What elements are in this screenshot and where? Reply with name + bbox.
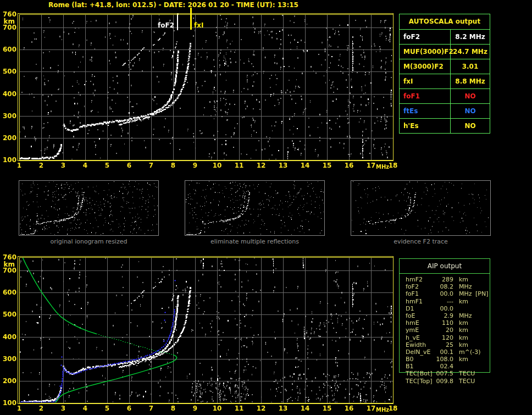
aip-parameter-unit: km <box>459 341 468 348</box>
autoscala-row: MUF(3000)F224.7 MHz <box>400 45 490 59</box>
autoscala-application-window: Rome (lat: +41.8, lon: 012.5) - DATE: 20… <box>0 0 532 415</box>
aip-row: hmF1---km <box>400 298 490 305</box>
aip-parameter-label: foF1 <box>406 290 419 297</box>
aip-row: foF100.0MHz[PN] <box>400 290 490 297</box>
autoscala-table-header: AUTOSCALA output <box>400 14 490 30</box>
aip-row: foF208.2MHz <box>400 283 490 290</box>
bottom-ionogram-canvas <box>0 250 401 415</box>
aip-parameter-label: hmE <box>406 319 419 327</box>
parameter-label: fxI <box>400 74 451 88</box>
aip-row: B0108.0km <box>400 356 490 363</box>
parameter-value: NO <box>451 119 490 133</box>
autoscala-row: fxI8.8 MHz <box>400 74 490 89</box>
aip-parameter-unit: km <box>459 319 468 327</box>
aip-parameter-label: foE <box>406 312 415 319</box>
parameter-label: MUF(3000)F2 <box>400 45 451 59</box>
parameter-label: ftEs <box>400 104 451 118</box>
aip-parameter-value: 20 <box>430 327 453 334</box>
aip-parameter-label: h_vE <box>406 334 420 341</box>
aip-parameter-label: B0 <box>406 356 414 363</box>
aip-parameter-unit: MHz <box>459 290 472 297</box>
aip-parameter-note: [PN] <box>475 290 488 297</box>
aip-row: hmF2289km <box>400 276 490 283</box>
aip-output-table: AIP output hmF2289kmfoF208.2MHzfoF100.0M… <box>399 258 490 373</box>
aip-parameter-unit: MHz <box>459 312 472 319</box>
aip-row: ymE20km <box>400 327 490 334</box>
autoscala-row: M(3000)F23.01 <box>400 59 490 74</box>
aip-parameter-value: 00.0 <box>430 290 453 297</box>
thumbnail-caption: evidence F2 trace <box>351 238 491 245</box>
aip-parameter-value: 009.8 <box>430 378 453 385</box>
aip-parameter-value: --- <box>430 298 453 305</box>
parameter-value: NO <box>451 89 490 103</box>
aip-row: TEC[Bot]007.5TECU <box>400 370 490 377</box>
autoscala-output-table: AUTOSCALA output foF28.2 MHzMUF(3000)F22… <box>399 14 490 134</box>
aip-parameter-value: 007.5 <box>430 370 453 377</box>
aip-parameter-value: 120 <box>430 334 453 341</box>
autoscala-row: foF28.2 MHz <box>400 30 490 45</box>
aip-parameter-value: 00.1 <box>430 348 453 356</box>
aip-parameter-label: foF2 <box>406 283 419 290</box>
aip-parameter-label: DelN_vE <box>406 348 430 356</box>
aip-parameter-value: 00.0 <box>430 305 453 312</box>
aip-parameter-value: 289 <box>430 276 453 283</box>
aip-parameter-value: 110 <box>430 319 453 327</box>
aip-parameter-label: hmF1 <box>406 298 423 305</box>
aip-parameter-label: Ewidth <box>406 341 426 348</box>
parameter-value: NO <box>451 104 490 118</box>
autoscala-table-body: foF28.2 MHzMUF(3000)F224.7 MHzM(3000)F23… <box>400 30 490 133</box>
aip-parameter-value: 02.4 <box>430 363 453 370</box>
aip-parameter-label: TEC[Bot] <box>406 370 433 377</box>
thumbnail-original-ionogram <box>19 180 159 236</box>
aip-parameter-label: D1 <box>406 305 414 312</box>
autoscala-row: foF1NO <box>400 89 490 104</box>
aip-row: B102.4 <box>400 363 490 370</box>
aip-parameter-unit: km <box>459 334 468 341</box>
aip-row: Ewidth25km <box>400 341 490 348</box>
aip-parameter-value: 08.2 <box>430 283 453 290</box>
aip-parameter-unit: km <box>459 356 468 363</box>
parameter-value: 8.2 MHz <box>451 30 490 44</box>
aip-parameter-value: 2.9 <box>430 312 453 319</box>
aip-parameter-label: ymE <box>406 327 419 334</box>
autoscala-row: h'EsNO <box>400 119 490 133</box>
aip-row: hmE110km <box>400 319 490 327</box>
aip-parameter-unit: m^(-3) <box>459 348 480 356</box>
aip-parameter-unit: km <box>459 298 468 305</box>
aip-table-header: AIP output <box>400 259 490 274</box>
aip-row: D100.0 <box>400 305 490 312</box>
aip-parameter-label: B1 <box>406 363 414 370</box>
aip-parameter-value: 25 <box>430 341 453 348</box>
aip-parameter-unit: km <box>459 276 468 283</box>
aip-row: TEC[Top]009.8TECU <box>400 378 490 385</box>
aip-parameter-value: 108.0 <box>430 356 453 363</box>
thumbnail-caption: original ionogram resized <box>19 238 159 245</box>
top-ionogram-canvas <box>0 8 401 178</box>
aip-row: h_vE120km <box>400 334 490 341</box>
autoscala-row: ftEsNO <box>400 104 490 119</box>
aip-parameter-label: hmF2 <box>406 276 423 283</box>
aip-parameter-unit: MHz <box>459 283 472 290</box>
parameter-value: 8.8 MHz <box>451 74 490 88</box>
parameter-label: M(3000)F2 <box>400 59 451 74</box>
aip-parameter-unit: km <box>459 327 468 334</box>
parameter-value: 3.01 <box>451 59 490 74</box>
parameter-label: foF1 <box>400 89 451 103</box>
thumbnail-caption: eliminate multiple reflections <box>185 238 325 245</box>
aip-row: foE2.9MHz <box>400 312 490 319</box>
parameter-label: foF2 <box>400 30 451 44</box>
aip-row: DelN_vE00.1m^(-3) <box>400 348 490 356</box>
aip-parameter-label: TEC[Top] <box>406 378 433 385</box>
parameter-label: h'Es <box>400 119 451 133</box>
aip-table-body: hmF2289kmfoF208.2MHzfoF100.0MHz[PN]hmF1-… <box>400 276 490 385</box>
parameter-value: 24.7 MHz <box>451 45 490 59</box>
thumbnail-evidence-f2-trace <box>351 180 491 236</box>
aip-parameter-unit: TECU <box>459 378 475 385</box>
aip-parameter-unit: TECU <box>459 370 475 377</box>
thumbnail-eliminate-reflections <box>185 180 325 236</box>
